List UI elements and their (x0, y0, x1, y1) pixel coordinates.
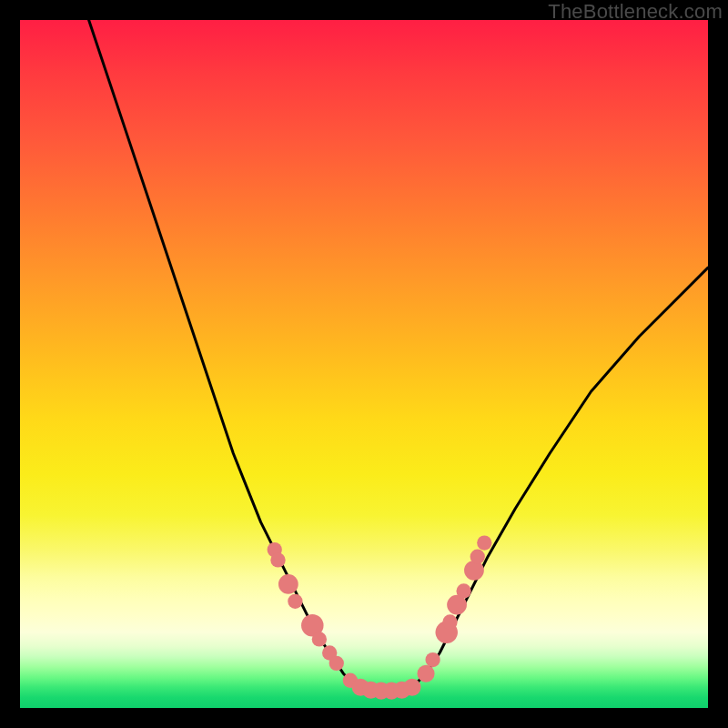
data-marker (442, 614, 457, 629)
data-marker (477, 535, 491, 550)
data-marker (456, 583, 470, 598)
data-marker (425, 652, 440, 667)
data-marker (288, 594, 302, 609)
curve-path (89, 20, 708, 691)
data-marker (312, 632, 327, 646)
data-marker (464, 561, 484, 581)
data-marker (278, 574, 298, 594)
plot-area (20, 20, 708, 708)
data-marker (329, 656, 344, 671)
chart-frame: TheBottleneck.com (0, 0, 728, 728)
chart-svg (20, 20, 708, 708)
data-marker (470, 550, 485, 564)
watermark-text: TheBottleneck.com (548, 0, 723, 24)
data-marker (403, 679, 420, 696)
bottleneck-curve (89, 20, 708, 691)
data-marker (418, 665, 435, 682)
data-marker (270, 552, 285, 567)
